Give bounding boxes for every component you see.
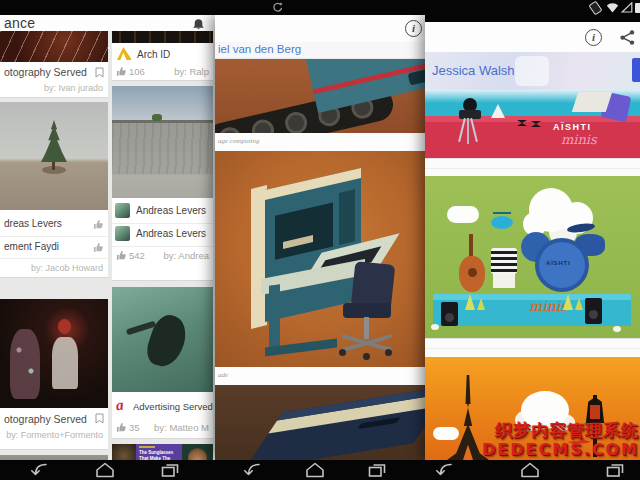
home-icon[interactable] xyxy=(519,462,541,478)
project-byline: by: Jacob Howard xyxy=(0,260,108,273)
owner-link[interactable]: iel van den Berg xyxy=(218,43,301,55)
console-body-shape xyxy=(243,386,430,460)
user-row[interactable]: Andreas Levers xyxy=(112,200,213,224)
stats-byline: by: Andrea xyxy=(164,250,209,261)
chair-seat-shape xyxy=(343,303,391,318)
bookmark-icon[interactable] xyxy=(95,67,104,78)
project-card[interactable]: dreas Levers ement Faydi by: Jacob Howar… xyxy=(0,102,108,278)
desk-leg-shape xyxy=(269,284,280,348)
stats-row: 35 by: Matteo M xyxy=(112,419,213,436)
label-shape xyxy=(283,235,313,249)
project-title[interactable]: otography Served xyxy=(0,62,94,78)
follow-button-fragment[interactable] xyxy=(632,58,640,82)
red-mask-shape xyxy=(58,319,71,334)
advertising-served-logo: a xyxy=(115,397,124,415)
user-name: ement Faydi xyxy=(4,241,59,252)
swimmer-photo[interactable] xyxy=(112,287,213,392)
home-icon[interactable] xyxy=(304,462,326,478)
wheel-shape xyxy=(283,110,309,133)
kimono-figure-shape xyxy=(10,329,40,399)
console-illustration-image[interactable] xyxy=(215,385,430,460)
cone-shape xyxy=(491,104,505,118)
helicopter-shape xyxy=(491,216,513,229)
info-icon[interactable]: i xyxy=(585,29,602,46)
project-cover-image[interactable] xyxy=(112,31,213,43)
aishti-green-image[interactable]: AÏSHTI minis xyxy=(425,176,640,338)
user-row[interactable]: Andreas Levers xyxy=(112,223,213,247)
article-thumb-image xyxy=(112,444,136,460)
project-card[interactable]: Arch ID 106 by: Ralp xyxy=(112,31,213,81)
avatar xyxy=(115,203,130,218)
shrub-shape xyxy=(152,114,162,121)
grass-shape xyxy=(563,294,573,310)
popcorn-shape xyxy=(613,326,621,332)
caption-bar: ade xyxy=(215,367,430,386)
recents-icon[interactable] xyxy=(366,462,388,478)
watermark-line1: 织梦内容管理系统 xyxy=(482,421,639,441)
team-name[interactable]: Arch ID xyxy=(137,49,170,60)
rotor-shape xyxy=(493,212,511,214)
recents-icon[interactable] xyxy=(604,462,626,478)
tree-photo[interactable] xyxy=(0,102,108,210)
bell-icon[interactable] xyxy=(192,18,205,30)
article-text-block: The Sunglasses That Make The World Look … xyxy=(136,444,182,460)
book-prop-shape xyxy=(572,92,612,112)
project-card[interactable]: Andreas Levers Andreas Levers 542 by: An… xyxy=(112,86,213,281)
stats-byline: by: Ralp xyxy=(174,66,209,77)
project-panel: i iel van den Berg age computing xyxy=(215,15,430,460)
share-icon[interactable] xyxy=(619,29,636,46)
status-bar xyxy=(0,0,640,15)
back-icon[interactable] xyxy=(434,462,456,478)
user-row[interactable]: dreas Levers xyxy=(0,212,108,237)
tank-illustration-image[interactable] xyxy=(215,59,430,133)
owner-bar: iel van den Berg xyxy=(215,42,430,59)
aishti-red-image[interactable]: AÏSHTI minis xyxy=(425,90,640,158)
divider xyxy=(425,168,640,169)
grass-shape xyxy=(575,298,583,310)
project-cover-image[interactable] xyxy=(0,31,108,62)
retro-computer-illustration-image[interactable] xyxy=(215,151,430,367)
thumb-icon xyxy=(116,66,127,77)
screenshot-collage: ance otography Served by: Ivan jurado xyxy=(0,0,640,480)
project-card[interactable]: a Advertising Served 35 by: Matteo M xyxy=(112,287,213,439)
recents-icon[interactable] xyxy=(159,462,181,478)
project-card[interactable]: otography Served by: Formento+Formento xyxy=(0,299,108,450)
stats-row: 542 by: Andrea xyxy=(112,247,213,264)
brand-sub-text: minis xyxy=(561,132,597,147)
back-icon[interactable] xyxy=(29,462,51,478)
navigation-bar xyxy=(0,460,640,480)
info-icon[interactable]: i xyxy=(405,20,422,37)
project-title[interactable]: otography Served xyxy=(0,409,94,425)
user-row[interactable]: ement Faydi xyxy=(0,236,108,259)
speaker-cone-shape xyxy=(589,310,598,319)
project-card[interactable]: otography Served by: Ivan jurado xyxy=(0,31,108,98)
user-name: Andreas Levers xyxy=(136,205,206,216)
back-icon[interactable] xyxy=(242,462,264,478)
watermark-line2: DEDECMS.COM xyxy=(482,441,639,459)
thumb-icon xyxy=(116,250,127,261)
thumb-icon xyxy=(93,242,104,253)
wall-photo[interactable] xyxy=(112,86,213,198)
like-count: 106 xyxy=(129,66,145,77)
article-card[interactable]: The Sunglasses That Make The World Look … xyxy=(112,444,213,460)
project-app-bar: i xyxy=(425,22,640,53)
home-icon[interactable] xyxy=(94,462,116,478)
brand-sub-text: minis xyxy=(529,298,567,314)
red-platform-shape xyxy=(425,116,640,158)
bookmark-icon[interactable] xyxy=(95,413,104,424)
owner-link[interactable]: Jessica Walsh xyxy=(432,63,515,78)
grass-shape xyxy=(465,294,475,310)
speaker-shape xyxy=(441,302,458,326)
speaker-shape xyxy=(585,298,602,324)
masked-people-photo[interactable] xyxy=(0,299,108,408)
article-kicker-shape xyxy=(139,446,155,448)
tree-shape xyxy=(41,120,67,162)
caster-shape xyxy=(385,349,392,356)
rotate-phone-icon xyxy=(588,1,602,16)
wall-texture-shape xyxy=(112,123,213,174)
battery-icon xyxy=(635,3,640,13)
image-caption: age computing xyxy=(218,137,259,145)
team-row[interactable]: a Advertising Served xyxy=(112,394,213,419)
guitar-body-shape xyxy=(459,256,485,292)
chair-post-shape xyxy=(364,317,369,339)
